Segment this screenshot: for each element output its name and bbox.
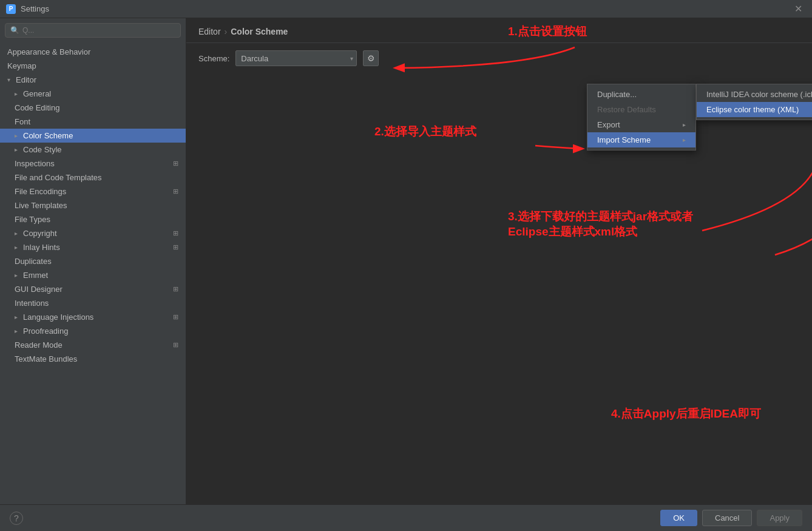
submenu-item-intellij-scheme[interactable]: IntelliJ IDEA color scheme (.icls) or se… — [697, 87, 812, 102]
search-box[interactable]: 🔍 — [5, 23, 181, 38]
scheme-select[interactable]: Darcula High contrast IntelliJ Light Mon… — [235, 50, 357, 66]
badge-icon: ⊞ — [173, 160, 178, 167]
sidebar-item-label: Color Scheme — [23, 131, 73, 140]
sidebar-item-label: Keymap — [7, 61, 36, 70]
sidebar-item-proofreading[interactable]: ▸ Proofreading — [0, 324, 186, 338]
sidebar-item-textmate-bundles[interactable]: TextMate Bundles — [0, 352, 186, 366]
chevron-right-icon: ▸ — [15, 132, 21, 139]
sidebar-item-code-editing[interactable]: Code Editing — [0, 101, 186, 115]
chevron-right-icon: ▸ — [15, 244, 21, 251]
sidebar-item-intentions[interactable]: Intentions — [0, 296, 186, 310]
gear-icon: ⚙ — [367, 53, 375, 63]
search-input[interactable] — [22, 26, 175, 35]
chevron-right-icon: ▸ — [15, 90, 21, 97]
sidebar-item-label: General — [23, 89, 51, 98]
window-title: Settings — [21, 4, 791, 13]
sidebar-item-label: Appearance & Behavior — [7, 47, 90, 56]
chevron-right-icon: ▸ — [15, 314, 21, 320]
breadcrumb-parent: Editor — [198, 27, 221, 36]
sidebar-item-editor[interactable]: ▾ Editor — [0, 73, 186, 87]
badge-icon: ⊞ — [173, 243, 178, 251]
annotation-step4: 4.点击Apply后重启IDEA即可 — [611, 407, 761, 422]
sidebar-item-live-templates[interactable]: Live Templates — [0, 198, 186, 212]
chevron-right-icon: ▸ — [15, 328, 21, 334]
dropdown-item-export[interactable]: Export ▸ — [587, 117, 695, 132]
sidebar-item-label: TextMate Bundles — [15, 354, 77, 364]
dropdown-item-import-scheme[interactable]: Import Scheme ▸ — [587, 132, 695, 147]
sidebar-tree: Appearance & Behavior Keymap ▾ Editor ▸ … — [0, 42, 186, 504]
ok-button[interactable]: OK — [660, 510, 697, 526]
help-button[interactable]: ? — [10, 512, 23, 525]
apply-button[interactable]: Apply — [757, 510, 802, 526]
sidebar-item-inspections[interactable]: Inspections ⊞ — [0, 157, 186, 171]
badge-icon: ⊞ — [173, 188, 178, 195]
sidebar-item-label: Duplicates — [15, 257, 52, 266]
search-icon: 🔍 — [10, 26, 19, 35]
annotation-step2: 2.选择导入主题样式 — [374, 124, 476, 140]
content-area: Editor › Color Scheme Scheme: Darcula Hi… — [186, 18, 812, 504]
sidebar-item-label: Reader Mode — [15, 340, 63, 350]
app-icon: P — [6, 4, 16, 14]
sidebar-item-keymap[interactable]: Keymap — [0, 59, 186, 73]
sidebar-item-inlay-hints[interactable]: ▸ Inlay Hints ⊞ — [0, 240, 186, 254]
sidebar-item-label: Editor — [16, 75, 36, 84]
sidebar-item-reader-mode[interactable]: Reader Mode ⊞ — [0, 338, 186, 352]
sidebar-item-color-scheme[interactable]: ▸ Color Scheme — [0, 129, 186, 143]
sidebar-item-label: Font — [15, 117, 30, 126]
sidebar-item-emmet[interactable]: ▸ Emmet — [0, 268, 186, 282]
main-layout: 🔍 Appearance & Behavior Keymap ▾ Editor … — [0, 18, 812, 504]
sidebar-item-gui-designer[interactable]: GUI Designer ⊞ — [0, 282, 186, 296]
close-button[interactable]: ✕ — [791, 2, 806, 16]
annotation-step3: 3.选择下载好的主题样式jar格式或者Eclipse主题样式xml格式 — [508, 209, 693, 239]
chevron-right-icon: ▸ — [15, 272, 21, 279]
bottom-bar: ? OK Cancel Apply — [0, 504, 812, 531]
sidebar-item-font[interactable]: Font — [0, 115, 186, 129]
help-icon: ? — [14, 513, 19, 523]
sidebar-item-appearance[interactable]: Appearance & Behavior — [0, 45, 186, 59]
sidebar-item-label: Language Injections — [23, 313, 93, 322]
sidebar-item-duplicates[interactable]: Duplicates — [0, 254, 186, 268]
sidebar-item-label: Proofreading — [23, 326, 68, 336]
breadcrumb-separator: › — [225, 27, 228, 36]
dropdown-item-duplicate[interactable]: Duplicate... — [587, 87, 695, 102]
content-header: Editor › Color Scheme — [186, 18, 812, 43]
sidebar-item-label: GUI Designer — [15, 285, 63, 294]
badge-icon: ⊞ — [173, 229, 178, 237]
sidebar-item-label: Inspections — [15, 159, 55, 168]
cancel-button[interactable]: Cancel — [702, 510, 752, 526]
sidebar-item-label: Code Editing — [15, 103, 59, 112]
chevron-right-icon: ▸ — [15, 230, 21, 237]
sidebar-item-label: Inlay Hints — [23, 243, 60, 252]
sidebar: 🔍 Appearance & Behavior Keymap ▾ Editor … — [0, 18, 186, 504]
scheme-label: Scheme: — [198, 54, 229, 63]
sidebar-item-label: Copyright — [23, 229, 57, 238]
sidebar-item-language-injections[interactable]: ▸ Language Injections ⊞ — [0, 310, 186, 324]
sidebar-item-label: Live Templates — [15, 201, 67, 210]
sidebar-item-file-types[interactable]: File Types — [0, 212, 186, 226]
sidebar-item-general[interactable]: ▸ General — [0, 87, 186, 101]
badge-icon: ⊞ — [173, 285, 178, 293]
submenu-item-eclipse-theme[interactable]: Eclipse color theme (XML) — [697, 102, 812, 117]
dropdown-menu: Duplicate... Restore Defaults Export ▸ I… — [587, 84, 696, 151]
sidebar-item-code-style[interactable]: ▸ Code Style — [0, 143, 186, 157]
sidebar-item-label: Emmet — [23, 271, 48, 280]
sidebar-item-label: Intentions — [15, 299, 49, 308]
sidebar-item-label: File Types — [15, 215, 50, 224]
badge-icon: ⊞ — [173, 313, 178, 321]
sidebar-item-copyright[interactable]: ▸ Copyright ⊞ — [0, 226, 186, 240]
chevron-right-icon: ▸ — [15, 146, 21, 153]
sidebar-item-label: File Encodings — [15, 187, 66, 196]
sidebar-item-label: Code Style — [23, 145, 62, 154]
sidebar-item-file-encodings[interactable]: File Encodings ⊞ — [0, 184, 186, 198]
chevron-down-icon: ▾ — [7, 76, 13, 83]
dropdown-item-restore-defaults: Restore Defaults — [587, 102, 695, 117]
gear-button[interactable]: ⚙ — [363, 50, 379, 66]
submenu-arrow-icon: ▸ — [683, 137, 686, 143]
scheme-row: Scheme: Darcula High contrast IntelliJ L… — [186, 43, 812, 73]
sidebar-item-file-code-templates[interactable]: File and Code Templates — [0, 171, 186, 184]
breadcrumb-current: Color Scheme — [231, 27, 288, 36]
scheme-select-wrapper: Darcula High contrast IntelliJ Light Mon… — [235, 50, 357, 66]
submenu-arrow-icon: ▸ — [683, 121, 686, 128]
sidebar-item-label: File and Code Templates — [15, 173, 102, 182]
submenu-import: IntelliJ IDEA color scheme (.icls) or se… — [696, 84, 812, 120]
